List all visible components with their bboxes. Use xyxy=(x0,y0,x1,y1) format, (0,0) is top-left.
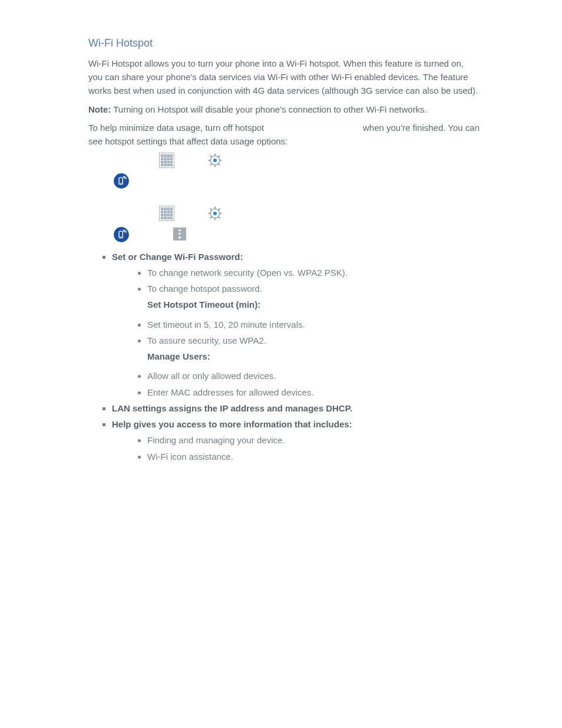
finish-note-a: To help minimize data usage, turn off ho… xyxy=(88,123,264,133)
opt-password: Set or Change Wi-Fi Password: To change … xyxy=(112,250,480,399)
finish-note: To help minimize data usage, turn off ho… xyxy=(88,121,480,149)
intro-part2: share your phone's d xyxy=(122,72,204,82)
finish-note-line2: see hotspot settings that affect data us… xyxy=(88,136,287,146)
settings-gear-icon-2 xyxy=(207,206,223,221)
opt-help-sub-b: Wi-Fi icon assistance. xyxy=(147,450,480,463)
opt-timeout-sub-a: Set timeout in 5, 10, 20 minute interval… xyxy=(147,318,480,331)
opt-help: Help gives you access to more informatio… xyxy=(112,417,480,463)
apps-grid-icon-2 xyxy=(159,206,174,221)
apps-grid-icon xyxy=(159,153,174,168)
svg-line-22 xyxy=(210,217,212,219)
svg-point-10 xyxy=(114,174,129,189)
svg-point-1 xyxy=(213,159,217,162)
opt-password-subs: To change network security (Open vs. WPA… xyxy=(112,266,480,296)
svg-line-20 xyxy=(219,217,220,219)
svg-rect-25 xyxy=(120,236,122,237)
svg-line-7 xyxy=(219,164,220,166)
svg-rect-12 xyxy=(120,183,122,184)
svg-line-9 xyxy=(210,164,212,166)
setup-path-row-1 xyxy=(88,153,480,168)
hotspot-more-row xyxy=(112,226,480,241)
opt-manage-subs: Allow all or only allowed devices. Enter… xyxy=(112,369,480,399)
opt-help-title: Help gives you access to more informatio… xyxy=(112,419,352,429)
settings-gear-icon xyxy=(207,153,223,168)
opt-manage-sub-a: Allow all or only allowed devices. xyxy=(147,369,480,383)
opt-manage-title: Manage Users: xyxy=(112,350,480,363)
svg-line-21 xyxy=(219,209,220,210)
hotspot-note: Note: Turning on Hotspot will disable yo… xyxy=(88,103,480,116)
hotspot-icon-2 xyxy=(113,226,128,242)
svg-point-23 xyxy=(114,227,129,242)
svg-line-6 xyxy=(210,156,212,157)
note-text: Turning on Hotspot will disable your pho… xyxy=(111,104,427,114)
opt-timeout-subs: Set timeout in 5, 10, 20 minute interval… xyxy=(112,318,480,348)
opt-timeout-title: Set Hotspot Timeout (min): xyxy=(112,298,480,311)
more-kebab-icon xyxy=(173,228,186,241)
section-title: Wi-Fi Hotspot xyxy=(88,35,480,52)
hotspot-icon-row-1 xyxy=(112,173,480,188)
opt-password-sub-b: To change hotspot password. xyxy=(147,282,480,295)
opt-password-sub-a: To change network security (Open vs. WPA… xyxy=(147,266,480,279)
opt-password-title: Set or Change Wi-Fi Password: xyxy=(112,252,243,262)
svg-point-14 xyxy=(213,212,217,215)
opt-lan-title: LAN settings assigns the IP address and … xyxy=(112,403,352,413)
opt-help-subs: Finding and managing your device. Wi-Fi … xyxy=(112,433,480,463)
opt-help-sub-a: Finding and managing your device. xyxy=(147,433,480,447)
opt-timeout-sub-b: To assure security, use WPA2. xyxy=(147,334,480,347)
finish-note-b: when you're finished. You can xyxy=(363,121,480,134)
configure-path-row xyxy=(88,206,480,221)
intro-paragraph: Wi-Fi Hotspot allows you to turn your ph… xyxy=(88,57,480,98)
options-list: Set or Change Wi-Fi Password: To change … xyxy=(88,250,480,463)
note-label: Note: xyxy=(88,104,111,114)
opt-manage-sub-b: Enter MAC addresses for allowed devices. xyxy=(147,386,480,399)
opt-lan: LAN settings assigns the IP address and … xyxy=(112,401,480,415)
hotspot-icon xyxy=(113,173,128,188)
svg-line-8 xyxy=(219,156,220,157)
svg-line-19 xyxy=(210,209,212,210)
